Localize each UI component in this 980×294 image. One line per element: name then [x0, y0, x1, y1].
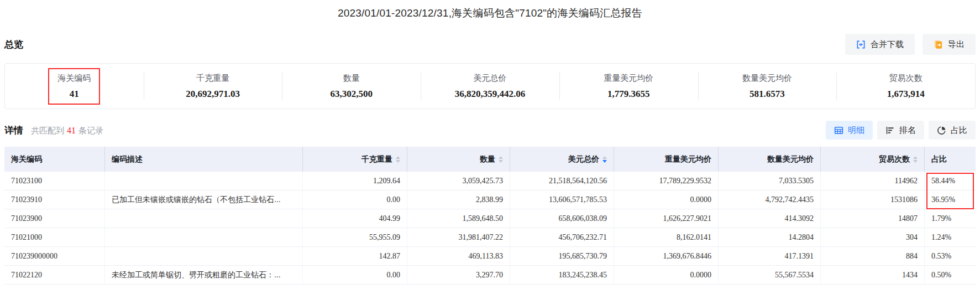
column-header-trade-count[interactable]: 贸易次数 — [821, 147, 925, 172]
sort-caret-icons — [602, 156, 607, 163]
customs-report-page: 2023/01/01-2023/12/31,海关编码包含"7102"的海关编码汇… — [0, 0, 980, 285]
cell-kg-weight: 0.00 — [303, 190, 407, 209]
column-header-hs-code: 海关编码 — [4, 147, 105, 172]
view-switch-group: 明细 排名 占比 — [826, 121, 976, 140]
sort-caret-icons — [913, 156, 918, 163]
column-header-label: 数量 — [480, 154, 495, 164]
column-header-content: 数量 — [414, 154, 503, 164]
cell-description — [105, 209, 303, 228]
cell-usd-per-qty: 4,792,742.4435 — [719, 190, 821, 209]
sort-caret-up-icon — [602, 156, 607, 159]
pie-chart-icon — [937, 126, 946, 135]
export-file-icon — [934, 40, 943, 49]
sort-caret-up-icon — [499, 156, 503, 159]
overview-header-row: 总览 合并下载 导出 — [4, 34, 976, 55]
cell-usd-per-weight: 0.0000 — [614, 266, 719, 285]
cell-usd-total: 21,518,564,120.56 — [510, 172, 614, 190]
cell-description — [105, 172, 303, 190]
details-left: 详情 共匹配到41条记录 — [4, 124, 103, 137]
cell-trade-count: 114962 — [821, 172, 925, 190]
summary-card-value: 36,820,359,442.06 — [455, 89, 526, 100]
summary-card-value: 1,673,914 — [887, 89, 925, 100]
cell-usd-per-weight: 8,162.0141 — [614, 228, 719, 247]
summary-card-quantity: 数量63,302,500 — [282, 64, 421, 109]
cell-quantity: 1,589,648.50 — [407, 209, 510, 228]
summary-card-trade-count: 贸易次数1,673,914 — [836, 64, 975, 109]
summary-card-label: 美元总价 — [474, 73, 507, 84]
cell-trade-count: 1531086 — [821, 190, 925, 209]
cell-quantity: 3,297.70 — [407, 266, 510, 285]
merge-download-label: 合并下载 — [871, 39, 904, 50]
column-header-kg-weight[interactable]: 千克重量 — [303, 147, 407, 172]
sort-caret-icons — [396, 156, 400, 163]
cell-usd-total: 658,606,038.09 — [510, 209, 614, 228]
column-header-usd-per-qty: 数量美元均价 — [719, 147, 821, 172]
merge-cells-icon — [856, 40, 866, 49]
export-label: 导出 — [948, 39, 965, 50]
sort-caret-down-icon — [913, 160, 918, 163]
column-header-quantity[interactable]: 数量 — [407, 147, 510, 172]
view-button-rank-label: 排名 — [899, 125, 916, 136]
cell-usd-per-weight: 0.0000 — [614, 190, 719, 209]
view-button-rank[interactable]: 排名 — [877, 121, 924, 140]
sort-caret-up-icon — [396, 156, 400, 159]
summary-card-label: 海关编码 — [57, 73, 91, 84]
table-row[interactable]: 710231001,209.643,059,425.7321,518,564,1… — [4, 172, 976, 190]
cell-description — [105, 247, 303, 266]
column-header-label: 数量美元均价 — [767, 154, 814, 164]
cell-kg-weight: 0.00 — [303, 266, 407, 285]
match-count-text: 共匹配到41条记录 — [31, 126, 103, 136]
table-row[interactable]: 71023910已加工但未镶嵌或镶嵌的钻石（不包括工业钻石...0.002,83… — [4, 190, 976, 209]
cell-kg-weight: 404.99 — [303, 209, 407, 228]
cell-usd-total: 13,606,571,785.53 — [510, 190, 614, 209]
export-button[interactable]: 导出 — [923, 34, 976, 55]
merge-download-button[interactable]: 合并下载 — [845, 34, 915, 55]
cell-hs-code: 71022120 — [4, 266, 105, 285]
overview-summary-bar: 海关编码41千克重量20,692,971.03数量63,302,500美元总价3… — [4, 63, 976, 109]
column-header-usd-total[interactable]: 美元总价 — [510, 147, 614, 172]
cell-kg-weight: 142.87 — [303, 247, 407, 266]
cell-trade-count: 304 — [821, 228, 925, 247]
summary-card-usd-total: 美元总价36,820,359,442.06 — [421, 64, 559, 109]
table-row[interactable]: 71022120未经加工或简单锯切、劈开或粗磨的工业钻石：...0.003,29… — [4, 266, 976, 285]
cell-description: 已加工但未镶嵌或镶嵌的钻石（不包括工业钻石... — [105, 190, 303, 209]
view-button-share-label: 占比 — [951, 125, 967, 136]
table-header-row: 海关编码编码描述千克重量数量美元总价重量美元均价数量美元均价贸易次数占比 — [4, 147, 976, 172]
column-header-content: 海关编码 — [11, 154, 98, 164]
column-header-content: 美元总价 — [517, 154, 607, 164]
cell-hs-code: 71023910 — [4, 190, 105, 209]
cell-share: 1.79% — [925, 209, 976, 228]
table-row[interactable]: 710239000000142.87469,113.83195,685,730.… — [4, 247, 976, 266]
ranking-bars-icon — [885, 126, 895, 135]
column-header-label: 美元总价 — [568, 154, 599, 164]
cell-usd-total: 195,685,730.79 — [510, 247, 614, 266]
table-row[interactable]: 7102100055,955.0931,981,407.22456,706,23… — [4, 228, 976, 247]
column-header-label: 千克重量 — [361, 154, 392, 164]
view-button-detail-label: 明细 — [848, 125, 864, 136]
cell-kg-weight: 1,209.64 — [303, 172, 407, 190]
table-row[interactable]: 71023900404.991,589,648.50658,606,038.09… — [4, 209, 976, 228]
column-header-label: 贸易次数 — [879, 154, 910, 164]
cell-usd-total: 456,706,232.71 — [510, 228, 614, 247]
top-action-buttons: 合并下载 导出 — [845, 34, 976, 55]
cell-share: 0.53% — [925, 247, 976, 266]
column-header-content: 数量美元均价 — [725, 154, 814, 164]
cell-quantity: 2,838.99 — [407, 190, 510, 209]
summary-card-value: 1,779.3655 — [607, 89, 650, 100]
summary-card-label: 数量美元均价 — [742, 73, 792, 84]
overview-heading: 总览 — [4, 38, 23, 51]
sort-caret-down-icon — [396, 160, 400, 163]
cell-usd-per-qty: 55,567.5534 — [719, 266, 821, 285]
cell-hs-code: 710239000000 — [4, 247, 105, 266]
cell-hs-code: 71021000 — [4, 228, 105, 247]
view-button-share[interactable]: 占比 — [929, 121, 976, 140]
summary-card-inner: 数量美元均价581.6573 — [733, 68, 801, 105]
details-table: 海关编码编码描述千克重量数量美元总价重量美元均价数量美元均价贸易次数占比 710… — [4, 147, 976, 285]
summary-card-inner: 贸易次数1,673,914 — [878, 68, 934, 105]
summary-card-label: 数量 — [343, 73, 360, 84]
view-button-detail[interactable]: 明细 — [826, 121, 873, 140]
summary-card-kg-weight: 千克重量20,692,971.03 — [144, 64, 282, 109]
cell-share: 1.24% — [925, 228, 976, 247]
details-table-container: 海关编码编码描述千克重量数量美元总价重量美元均价数量美元均价贸易次数占比 710… — [4, 147, 976, 285]
cell-usd-per-qty: 417.1391 — [719, 247, 821, 266]
